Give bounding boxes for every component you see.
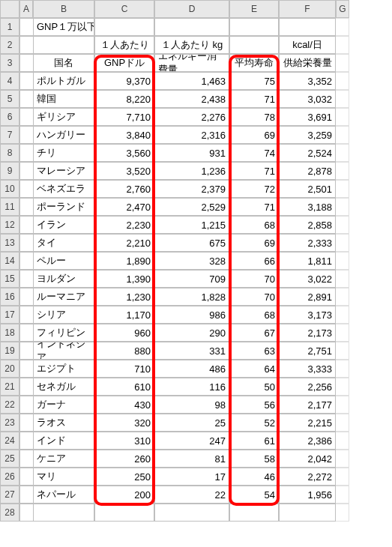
- kcal-cell[interactable]: 2,891: [279, 288, 336, 306]
- row-header[interactable]: 18: [0, 324, 19, 342]
- cell-A[interactable]: [19, 18, 33, 36]
- row-header[interactable]: 15: [0, 270, 19, 288]
- life-cell[interactable]: 70: [229, 270, 279, 288]
- corner-cell[interactable]: [0, 0, 19, 18]
- cell-C[interactable]: [94, 18, 154, 36]
- cell-A[interactable]: [19, 414, 33, 432]
- country-cell[interactable]: ガーナ: [33, 396, 94, 414]
- country-cell[interactable]: ラオス: [33, 414, 94, 432]
- hdr-F2[interactable]: kcal/日: [279, 36, 336, 54]
- gnp-cell[interactable]: 2,470: [94, 198, 154, 216]
- life-cell[interactable]: 58: [229, 450, 279, 468]
- gnp-cell[interactable]: 1,230: [94, 288, 154, 306]
- gnp-cell[interactable]: 3,840: [94, 126, 154, 144]
- energy-cell[interactable]: 25: [154, 414, 229, 432]
- kcal-cell[interactable]: 2,256: [279, 378, 336, 396]
- cell-A[interactable]: [19, 360, 33, 378]
- cell-G[interactable]: [336, 126, 349, 144]
- cell-A[interactable]: [19, 288, 33, 306]
- life-cell[interactable]: 75: [229, 72, 279, 90]
- cell-G[interactable]: [336, 450, 349, 468]
- energy-cell[interactable]: 1,236: [154, 162, 229, 180]
- col-header-C[interactable]: C: [94, 0, 154, 18]
- country-cell[interactable]: ネパール: [33, 486, 94, 504]
- cell-D[interactable]: [154, 18, 229, 36]
- cell-A[interactable]: [19, 270, 33, 288]
- hdr-E3[interactable]: 平均寿命: [229, 54, 279, 72]
- cell-E[interactable]: [229, 18, 279, 36]
- cell-G[interactable]: [336, 18, 349, 36]
- energy-cell[interactable]: 2,276: [154, 108, 229, 126]
- gnp-cell[interactable]: 2,760: [94, 180, 154, 198]
- col-header-F[interactable]: F: [279, 0, 336, 18]
- energy-cell[interactable]: 17: [154, 468, 229, 486]
- life-cell[interactable]: 70: [229, 288, 279, 306]
- hdr-C2[interactable]: １人あたり: [94, 36, 154, 54]
- life-cell[interactable]: 68: [229, 216, 279, 234]
- row-header[interactable]: 8: [0, 144, 19, 162]
- life-cell[interactable]: 78: [229, 108, 279, 126]
- cell-A[interactable]: [19, 378, 33, 396]
- energy-cell[interactable]: 98: [154, 396, 229, 414]
- cell-A[interactable]: [19, 396, 33, 414]
- energy-cell[interactable]: 328: [154, 252, 229, 270]
- cell-G[interactable]: [336, 270, 349, 288]
- energy-cell[interactable]: 81: [154, 450, 229, 468]
- country-cell[interactable]: マリ: [33, 468, 94, 486]
- kcal-cell[interactable]: 3,173: [279, 306, 336, 324]
- row-header[interactable]: 12: [0, 216, 19, 234]
- energy-cell[interactable]: 2,379: [154, 180, 229, 198]
- cell-G[interactable]: [336, 198, 349, 216]
- cell-A[interactable]: [19, 468, 33, 486]
- kcal-cell[interactable]: 3,333: [279, 360, 336, 378]
- cell-G[interactable]: [336, 342, 349, 360]
- energy-cell[interactable]: 986: [154, 306, 229, 324]
- hdr-C3[interactable]: GNPドル: [94, 54, 154, 72]
- row-header[interactable]: 10: [0, 180, 19, 198]
- country-cell[interactable]: ケニア: [33, 450, 94, 468]
- cell-A[interactable]: [19, 54, 33, 72]
- energy-cell[interactable]: 2,529: [154, 198, 229, 216]
- kcal-cell[interactable]: 2,333: [279, 234, 336, 252]
- cell-G[interactable]: [336, 360, 349, 378]
- cell-D[interactable]: [154, 504, 229, 522]
- cell-B[interactable]: [33, 504, 94, 522]
- gnp-cell[interactable]: 2,230: [94, 216, 154, 234]
- kcal-cell[interactable]: 1,956: [279, 486, 336, 504]
- life-cell[interactable]: 66: [229, 252, 279, 270]
- country-cell[interactable]: エジプト: [33, 360, 94, 378]
- energy-cell[interactable]: 2,438: [154, 90, 229, 108]
- life-cell[interactable]: 50: [229, 378, 279, 396]
- energy-cell[interactable]: 486: [154, 360, 229, 378]
- row-header[interactable]: 6: [0, 108, 19, 126]
- country-cell[interactable]: ベネズエラ: [33, 180, 94, 198]
- kcal-cell[interactable]: 2,042: [279, 450, 336, 468]
- kcal-cell[interactable]: 2,501: [279, 180, 336, 198]
- row-header[interactable]: 11: [0, 198, 19, 216]
- row-header[interactable]: 21: [0, 378, 19, 396]
- col-header-A[interactable]: A: [19, 0, 33, 18]
- kcal-cell[interactable]: 2,858: [279, 216, 336, 234]
- cell-A[interactable]: [19, 126, 33, 144]
- row-header[interactable]: 23: [0, 414, 19, 432]
- cell-A[interactable]: [19, 306, 33, 324]
- kcal-cell[interactable]: 2,215: [279, 414, 336, 432]
- row-header[interactable]: 17: [0, 306, 19, 324]
- life-cell[interactable]: 64: [229, 360, 279, 378]
- cell-C[interactable]: [94, 504, 154, 522]
- row-header[interactable]: 27: [0, 486, 19, 504]
- country-cell[interactable]: インド: [33, 432, 94, 450]
- life-cell[interactable]: 68: [229, 306, 279, 324]
- kcal-cell[interactable]: 2,751: [279, 342, 336, 360]
- life-cell[interactable]: 72: [229, 180, 279, 198]
- row-header[interactable]: 19: [0, 342, 19, 360]
- life-cell[interactable]: 71: [229, 90, 279, 108]
- row-header[interactable]: 22: [0, 396, 19, 414]
- cell-A[interactable]: [19, 198, 33, 216]
- gnp-cell[interactable]: 9,370: [94, 72, 154, 90]
- kcal-cell[interactable]: 2,272: [279, 468, 336, 486]
- cell-A[interactable]: [19, 108, 33, 126]
- cell-G[interactable]: [336, 396, 349, 414]
- gnp-cell[interactable]: 310: [94, 432, 154, 450]
- country-cell[interactable]: ヨルダン: [33, 270, 94, 288]
